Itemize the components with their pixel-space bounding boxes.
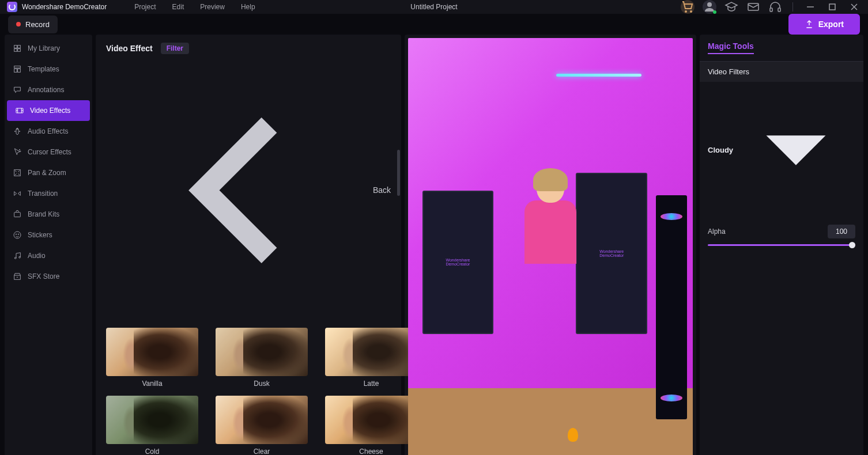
effect-label: Dusk [254,380,269,388]
svg-rect-7 [829,4,835,10]
sidebar-item-library[interactable]: My Library [5,38,92,59]
svg-rect-14 [14,66,21,68]
export-label: Export [818,20,844,29]
svg-rect-27 [14,213,21,217]
sidebar-item-transition[interactable]: Transition [5,183,92,204]
back-button[interactable]: Back [106,60,391,321]
effect-cold[interactable]: Cold [106,396,198,455]
alpha-value[interactable]: 100 [828,225,855,238]
preview-person [516,173,585,455]
effect-thumb [106,328,198,376]
export-icon [805,20,814,29]
sidebar-item-audio-effects[interactable]: Audio Effects [5,121,92,142]
sidebar-item-video-effects[interactable]: Video Effects [7,100,90,121]
mail-icon[interactable] [746,0,760,14]
titlebar: Wondershare DemoCreator Project Edit Pre… [0,0,868,14]
stickers-icon [13,230,22,240]
menu-project[interactable]: Project [134,3,156,11]
svg-rect-11 [18,46,21,48]
effect-dusk[interactable]: Dusk [216,328,308,388]
cart-icon[interactable] [681,0,695,14]
video-filters-header[interactable]: Video Filters [700,62,863,82]
record-button[interactable]: Record [8,16,58,33]
filter-dropdown[interactable]: Cloudy [708,91,855,210]
sidebar-item-label: My Library [28,44,60,52]
sidebar-item-label: SFX Store [28,272,59,280]
svg-point-1 [690,11,692,12]
sidebar-item-stickers[interactable]: Stickers [5,225,92,245]
alpha-slider[interactable] [708,244,855,246]
svg-point-28 [14,232,21,238]
sidebar-item-label: Video Effects [30,107,70,115]
sidebar-item-label: Cursor Effects [28,148,71,156]
effect-latte[interactable]: Latte [325,328,417,388]
svg-point-24 [19,149,20,150]
svg-rect-15 [14,69,17,72]
separator [792,2,793,12]
menu-preview[interactable]: Preview [200,3,225,11]
back-label: Back [373,185,391,195]
effect-clear[interactable]: Clear [216,396,308,455]
window-controls [681,0,861,14]
sidebar-item-pan-zoom[interactable]: Pan & Zoom [5,162,92,183]
preview-pc [656,195,687,419]
user-icon[interactable] [703,0,716,14]
sidebar-item-annotations[interactable]: Annotations [5,79,92,100]
brand-kits-icon [13,210,22,219]
effect-thumb [325,396,417,444]
menu-bar: Project Edit Preview Help [134,3,255,11]
sidebar-item-sfx-store[interactable]: SFX Store [5,266,92,287]
annotations-icon [13,85,22,94]
sidebar-item-cursor-effects[interactable]: Cursor Effects [5,142,92,162]
preview-monitor-left: Wondershare DemoCreator [422,191,494,334]
sidebar-item-label: Transition [28,189,58,198]
svg-point-2 [707,2,712,7]
svg-rect-5 [778,8,780,12]
effect-label: Vanilla [142,380,162,388]
effect-thumb [216,396,308,444]
menu-edit[interactable]: Edit [172,3,184,11]
app-logo [7,2,17,12]
main-toolbar: Record Export [0,14,868,35]
sidebar-item-label: Templates [28,65,59,73]
sidebar-item-label: Audio Effects [28,127,69,135]
sidebar-item-audio[interactable]: Audio [5,245,92,266]
audio-icon [13,251,22,260]
sidebar-item-label: Stickers [28,231,52,239]
project-title: Untitled Project [410,3,457,11]
minimize-button[interactable] [803,0,817,14]
effect-label: Cold [145,448,160,455]
headset-icon[interactable] [768,0,782,14]
record-dot-icon [16,22,21,26]
maximize-button[interactable] [825,0,839,14]
graduation-icon[interactable] [724,0,738,14]
sidebar: My LibraryTemplatesAnnotationsVideo Effe… [5,35,92,455]
sidebar-item-brand-kits[interactable]: Brand Kits [5,204,92,225]
templates-icon [13,65,22,74]
main-area: My LibraryTemplatesAnnotationsVideo Effe… [0,35,868,455]
sidebar-item-label: Pan & Zoom [28,169,66,177]
preview-video[interactable]: Wondershare DemoCreator Wondershare Demo… [408,38,693,455]
alpha-label: Alpha [708,227,726,236]
export-button[interactable]: Export [788,14,860,35]
effect-cheese[interactable]: Cheese [325,396,417,455]
svg-point-23 [19,131,20,131]
effect-thumb [325,328,417,376]
svg-point-31 [14,257,16,259]
audio-effects-icon [13,127,22,136]
app-name: Wondershare DemoCreator [22,3,107,11]
magic-tools-tabs: Magic Tools [700,35,863,62]
tab-magic-tools[interactable]: Magic Tools [708,41,754,54]
menu-help[interactable]: Help [241,3,255,11]
record-label: Record [25,20,50,29]
close-button[interactable] [847,0,861,14]
sidebar-item-templates[interactable]: Templates [5,59,92,79]
properties-panel: Magic Tools Video Filters Cloudy Alpha 1… [700,35,863,455]
filter-tag[interactable]: Filter [161,43,189,54]
effect-vanilla[interactable]: Vanilla [106,328,198,388]
scrollbar[interactable] [397,150,400,196]
sidebar-item-label: Annotations [28,86,64,94]
preview-monitor-right: Wondershare DemoCreator [576,173,647,334]
effects-panel: Video Effect Filter Back VanillaDuskLatt… [96,35,401,455]
svg-rect-3 [748,3,758,10]
